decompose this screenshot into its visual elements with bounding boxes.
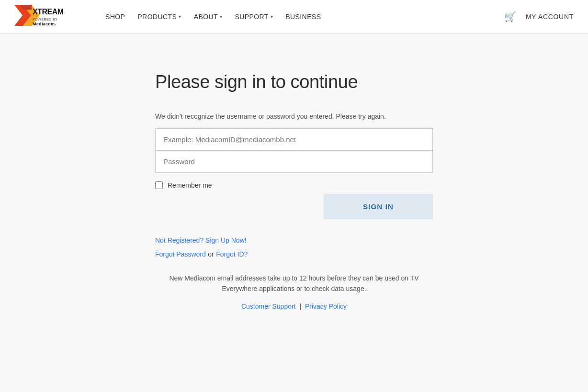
register-link-row: Not Registered? Sign Up Now! bbox=[155, 234, 433, 247]
svg-text:Mediacom.: Mediacom. bbox=[33, 22, 56, 26]
svg-text:POWERED BY: POWERED BY bbox=[33, 18, 57, 21]
header-left: XTREAM POWERED BY Mediacom. SHOP PRODUCT… bbox=[14, 5, 326, 29]
main-nav: SHOP PRODUCTS ▾ ABOUT ▾ SUPPORT ▾ BUSINE… bbox=[101, 9, 326, 24]
remember-me-checkbox[interactable] bbox=[155, 181, 163, 189]
login-form-container: Please sign in to continue We didn't rec… bbox=[155, 72, 433, 310]
pipe-separator: | bbox=[299, 302, 301, 310]
nav-shop[interactable]: SHOP bbox=[101, 9, 130, 24]
not-registered-link[interactable]: Not Registered? Sign Up Now! bbox=[155, 236, 247, 244]
error-message: We didn't recognize the username or pass… bbox=[155, 112, 433, 122]
forgot-id-link[interactable]: Forgot ID? bbox=[216, 250, 248, 258]
nav-support[interactable]: SUPPORT ▾ bbox=[230, 9, 278, 24]
my-account-link[interactable]: MY ACCOUNT bbox=[526, 13, 574, 21]
header-right: 🛒 MY ACCOUNT bbox=[504, 11, 574, 22]
support-chevron-icon: ▾ bbox=[271, 14, 273, 19]
info-text: New Mediacom email addresses take up to … bbox=[155, 273, 433, 294]
links-section: Not Registered? Sign Up Now! Forgot Pass… bbox=[155, 234, 433, 261]
remember-me-row: Remember me bbox=[155, 181, 433, 189]
nav-about[interactable]: ABOUT ▾ bbox=[189, 9, 227, 24]
nav-business[interactable]: BUSINESS bbox=[281, 9, 326, 24]
privacy-policy-link[interactable]: Privacy Policy bbox=[305, 302, 347, 310]
svg-text:XTREAM: XTREAM bbox=[33, 8, 64, 16]
remember-me-label[interactable]: Remember me bbox=[168, 181, 212, 189]
footer-links: Customer Support | Privacy Policy bbox=[155, 302, 433, 310]
about-chevron-icon: ▾ bbox=[220, 14, 222, 19]
customer-support-link[interactable]: Customer Support bbox=[241, 302, 296, 310]
page-title: Please sign in to continue bbox=[155, 72, 433, 92]
forgot-links-row: Forgot Password or Forgot ID? bbox=[155, 247, 433, 261]
sign-in-row: SIGN IN bbox=[155, 194, 433, 219]
password-input[interactable] bbox=[155, 150, 433, 173]
sign-in-button[interactable]: SIGN IN bbox=[324, 194, 433, 219]
products-chevron-icon: ▾ bbox=[179, 14, 181, 19]
cart-icon[interactable]: 🛒 bbox=[504, 11, 516, 22]
nav-products[interactable]: PRODUCTS ▾ bbox=[133, 9, 186, 24]
email-input[interactable] bbox=[155, 128, 433, 150]
logo[interactable]: XTREAM POWERED BY Mediacom. bbox=[14, 5, 81, 29]
main-content: Please sign in to continue We didn't rec… bbox=[0, 34, 588, 339]
forgot-password-link[interactable]: Forgot Password bbox=[155, 250, 206, 258]
or-separator: or bbox=[208, 250, 214, 258]
site-header: XTREAM POWERED BY Mediacom. SHOP PRODUCT… bbox=[0, 0, 588, 34]
